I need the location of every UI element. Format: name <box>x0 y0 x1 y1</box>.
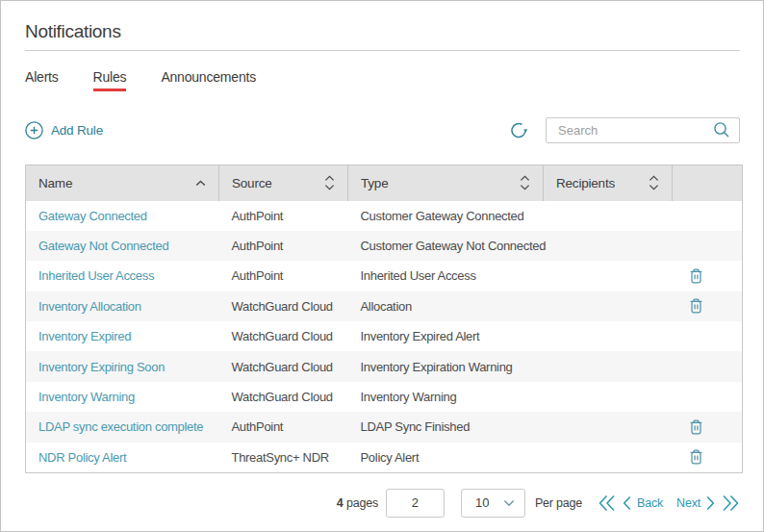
rule-type: LDAP Sync Finished <box>348 412 544 442</box>
rule-actions <box>673 201 743 231</box>
first-page-icon[interactable] <box>598 494 616 512</box>
column-header-source[interactable]: Source <box>219 165 348 201</box>
table-header-row: Name Source Type Recipients <box>26 165 743 201</box>
prev-page-icon[interactable] <box>622 495 632 511</box>
chevron-down-icon <box>503 499 515 507</box>
rule-actions <box>673 321 743 351</box>
sort-both-icon <box>324 175 335 190</box>
rule-type: Inventory Warning <box>348 382 544 412</box>
sort-asc-icon <box>195 180 206 187</box>
column-header-actions <box>673 165 743 201</box>
tab-bar: Alerts Rules Announcements <box>25 69 740 91</box>
column-header-name[interactable]: Name <box>26 165 219 201</box>
rule-type: Inventory Expired Alert <box>348 321 544 351</box>
rule-name-link[interactable]: Inventory Expired <box>26 321 219 351</box>
delete-rule-icon[interactable] <box>688 448 704 466</box>
table-row: Inventory ExpiredWatchGuard CloudInvento… <box>26 321 743 351</box>
tab-alerts[interactable]: Alerts <box>25 69 59 91</box>
rule-actions <box>673 443 743 472</box>
rule-type: Inherited User Access <box>348 261 544 291</box>
rule-name-link[interactable]: Gateway Not Connected <box>26 231 219 261</box>
rules-table: Name Source Type Recipients Gateway Conn… <box>25 165 743 473</box>
rule-recipients <box>544 443 673 472</box>
rule-actions <box>673 291 743 321</box>
search-input[interactable] <box>558 123 713 138</box>
rule-name-link[interactable]: NDR Policy Alert <box>26 443 219 472</box>
table-row: NDR Policy AlertThreatSync+ NDRPolicy Al… <box>26 443 743 472</box>
sort-both-icon <box>649 175 659 190</box>
table-row: Inherited User AccessAuthPointInherited … <box>26 261 743 291</box>
rule-name-link[interactable]: LDAP sync execution complete <box>26 412 219 442</box>
rule-recipients <box>544 231 673 261</box>
rule-source: WatchGuard Cloud <box>219 291 348 321</box>
table-row: Inventory WarningWatchGuard CloudInvento… <box>26 382 743 412</box>
delete-rule-icon[interactable] <box>688 418 704 436</box>
rule-source: ThreatSync+ NDR <box>219 443 348 472</box>
column-header-recipients[interactable]: Recipients <box>544 165 673 201</box>
rule-type: Inventory Expiration Warning <box>348 351 544 381</box>
sort-both-icon <box>520 175 530 190</box>
rule-name-link[interactable]: Gateway Connected <box>26 201 219 231</box>
table-row: Inventory AllocationWatchGuard CloudAllo… <box>26 291 743 321</box>
rule-source: AuthPoint <box>219 412 348 442</box>
add-rule-button[interactable]: Add Rule <box>25 121 103 139</box>
rule-actions <box>673 412 743 442</box>
rule-name-link[interactable]: Inherited User Access <box>26 261 219 291</box>
per-page-select[interactable]: 10 <box>461 489 525 518</box>
table-row: Gateway ConnectedAuthPointCustomer Gatew… <box>26 201 743 231</box>
rule-source: AuthPoint <box>219 261 348 291</box>
pagination-nav: Back Next <box>598 494 740 512</box>
pages-count-label: 4 pages <box>337 496 378 510</box>
rule-recipients <box>544 382 673 412</box>
table-row: Inventory Expiring SoonWatchGuard CloudI… <box>26 351 743 381</box>
rule-type: Allocation <box>348 291 544 321</box>
rule-actions <box>673 382 743 412</box>
rule-source: WatchGuard Cloud <box>219 321 348 351</box>
search-box <box>546 117 740 143</box>
refresh-icon[interactable] <box>509 120 528 139</box>
rule-recipients <box>544 351 673 381</box>
rule-name-link[interactable]: Inventory Expiring Soon <box>26 351 219 381</box>
current-page-input[interactable] <box>386 489 445 518</box>
rule-actions <box>673 351 743 381</box>
delete-rule-icon[interactable] <box>688 267 704 285</box>
delete-rule-icon[interactable] <box>688 297 704 315</box>
last-page-icon[interactable] <box>722 494 740 512</box>
rule-source: WatchGuard Cloud <box>219 351 348 381</box>
rule-source: AuthPoint <box>219 231 348 261</box>
notifications-page: Notifications Alerts Rules Announcements… <box>0 0 764 532</box>
plus-circle-icon <box>25 121 43 139</box>
table-row: LDAP sync execution completeAuthPointLDA… <box>26 412 743 442</box>
rule-actions <box>673 231 743 261</box>
rule-name-link[interactable]: Inventory Warning <box>26 382 219 412</box>
next-page-icon[interactable] <box>705 495 716 511</box>
rule-source: WatchGuard Cloud <box>219 382 348 412</box>
rule-type: Policy Alert <box>348 443 544 472</box>
tab-rules[interactable]: Rules <box>93 69 127 91</box>
back-link[interactable]: Back <box>637 496 663 510</box>
column-header-type[interactable]: Type <box>348 165 544 201</box>
title-divider <box>25 50 740 51</box>
rule-recipients <box>544 291 673 321</box>
toolbar: Add Rule <box>25 116 740 143</box>
search-icon[interactable] <box>713 121 730 139</box>
rule-recipients <box>544 412 673 442</box>
page-title: Notifications <box>25 21 740 42</box>
pagination-bar: 4 pages 10 Per page Back Next <box>25 489 740 518</box>
rule-name-link[interactable]: Inventory Allocation <box>26 291 219 321</box>
per-page-label: Per page <box>535 496 582 510</box>
rule-type: Customer Gateway Connected <box>348 201 544 231</box>
rule-actions <box>673 261 743 291</box>
next-link[interactable]: Next <box>676 496 700 510</box>
rule-recipients <box>544 261 673 291</box>
rule-source: AuthPoint <box>219 201 348 231</box>
add-rule-label: Add Rule <box>51 123 103 138</box>
rule-recipients <box>544 201 673 231</box>
rule-type: Customer Gateway Not Connected <box>348 231 544 261</box>
tab-announcements[interactable]: Announcements <box>161 69 256 91</box>
rule-recipients <box>544 321 673 351</box>
table-row: Gateway Not ConnectedAuthPointCustomer G… <box>26 231 743 261</box>
